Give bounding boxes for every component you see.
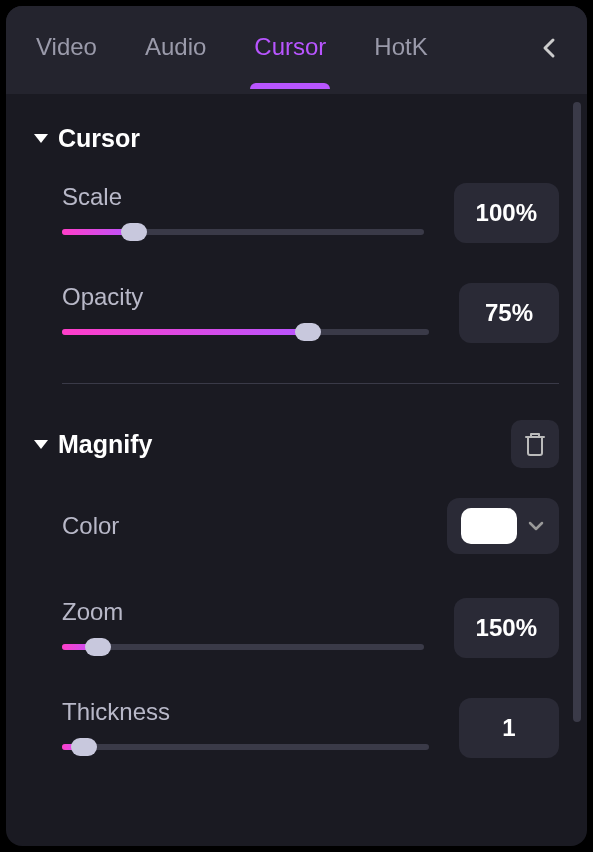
slider-thumb[interactable]	[121, 223, 147, 241]
control-opacity: Opacity 75%	[34, 283, 559, 343]
color-label: Color	[62, 512, 119, 540]
tab-cursor[interactable]: Cursor	[254, 33, 326, 89]
collapse-icon	[34, 440, 48, 449]
section-header-magnify[interactable]: Magnify	[34, 420, 559, 468]
opacity-value-input[interactable]: 75%	[459, 283, 559, 343]
thickness-value-input[interactable]: 1	[459, 698, 559, 758]
section-title-magnify: Magnify	[58, 430, 152, 459]
chevron-down-icon	[527, 520, 545, 532]
delete-magnify-button[interactable]	[511, 420, 559, 468]
slider-thumb[interactable]	[295, 323, 321, 341]
opacity-label: Opacity	[62, 283, 429, 311]
scale-slider[interactable]	[62, 229, 424, 235]
color-swatch	[461, 508, 517, 544]
tab-hotkeys[interactable]: HotK	[374, 33, 427, 89]
chevron-left-icon[interactable]	[541, 36, 557, 60]
scrollbar[interactable]	[573, 102, 581, 722]
zoom-slider[interactable]	[62, 644, 424, 650]
tabs-bar: Video Audio Cursor HotK	[6, 6, 587, 94]
tab-audio[interactable]: Audio	[145, 33, 206, 89]
slider-thumb[interactable]	[85, 638, 111, 656]
settings-panel: Video Audio Cursor HotK Cursor Scale 100…	[6, 6, 587, 846]
section-title-cursor: Cursor	[58, 124, 140, 153]
control-thickness: Thickness 1	[34, 698, 559, 758]
control-color: Color	[34, 498, 559, 554]
scale-value-input[interactable]: 100%	[454, 183, 559, 243]
zoom-label: Zoom	[62, 598, 424, 626]
opacity-slider[interactable]	[62, 329, 429, 335]
section-header-cursor[interactable]: Cursor	[34, 124, 559, 153]
tab-video[interactable]: Video	[36, 33, 97, 89]
thickness-slider[interactable]	[62, 744, 429, 750]
slider-thumb[interactable]	[71, 738, 97, 756]
zoom-value-input[interactable]: 150%	[454, 598, 559, 658]
divider	[62, 383, 559, 384]
control-zoom: Zoom 150%	[34, 598, 559, 658]
thickness-label: Thickness	[62, 698, 429, 726]
trash-icon	[523, 431, 547, 457]
content-area: Cursor Scale 100% Opacity 75%	[6, 94, 587, 846]
scale-label: Scale	[62, 183, 424, 211]
collapse-icon	[34, 134, 48, 143]
color-picker[interactable]	[447, 498, 559, 554]
control-scale: Scale 100%	[34, 183, 559, 243]
